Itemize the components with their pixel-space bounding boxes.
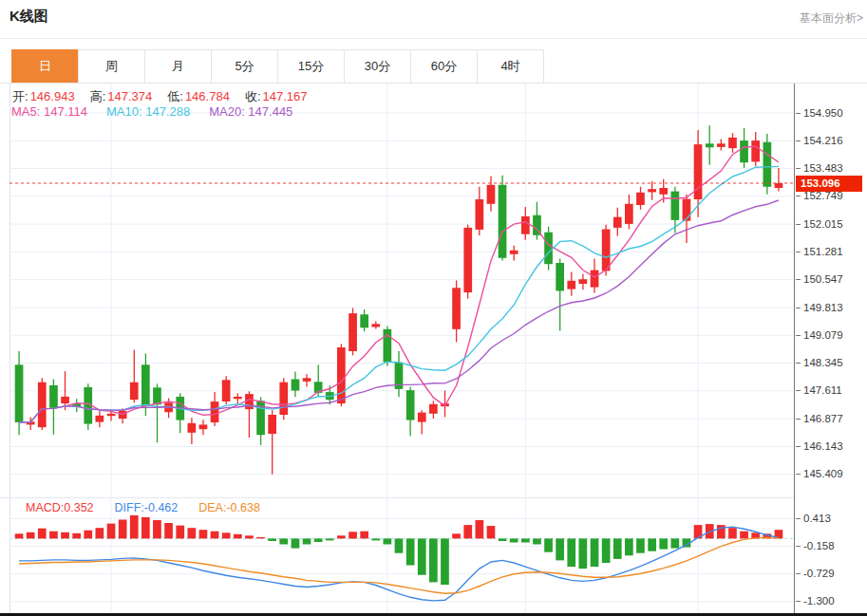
price-tick-label: 149.813 <box>796 301 843 315</box>
period-tabbar: 日周月5分15分30分60分4时 <box>11 49 544 84</box>
page-title: K线图 <box>9 8 48 26</box>
macd-tick-label: -1.300 <box>796 594 835 608</box>
macd-axis: 0.413-0.158-0.729-1.300 <box>796 497 867 613</box>
price-tick-label: 148.345 <box>796 356 843 370</box>
fundamental-analysis-link[interactable]: 基本面分析> <box>800 10 863 27</box>
price-tick-label: 149.079 <box>796 328 843 343</box>
price-tick-label: 146.877 <box>796 412 843 426</box>
price-tick-label: 147.611 <box>796 383 842 398</box>
price-axis: 154.950154.216153.483152.749152.015151.2… <box>796 84 867 497</box>
price-tick-label: 154.216 <box>796 134 843 148</box>
price-tick-label: 151.281 <box>796 245 843 259</box>
price-tick-label: 150.547 <box>796 272 843 287</box>
main-chart-canvas[interactable] <box>0 84 796 497</box>
price-tick-label: 153.483 <box>796 161 843 176</box>
period-tab-2[interactable]: 月 <box>144 49 212 84</box>
price-tick-label: 154.950 <box>796 106 843 121</box>
header-divider <box>0 38 867 39</box>
price-tick-label: 152.749 <box>796 189 843 203</box>
price-tick-label: 152.015 <box>796 217 843 232</box>
current-price-badge: 153.096 <box>796 176 862 192</box>
period-tab-3[interactable]: 5分 <box>211 49 278 84</box>
period-tab-7[interactable]: 4时 <box>477 49 544 84</box>
period-tab-1[interactable]: 周 <box>78 49 145 84</box>
period-tab-5[interactable]: 30分 <box>344 49 411 84</box>
kline-widget: K线图 基本面分析> 日周月5分15分30分60分4时 开:146.943高:1… <box>0 0 867 616</box>
price-tick-label: 146.143 <box>796 439 843 454</box>
macd-tick-label: 0.413 <box>796 512 831 526</box>
macd-tick-label: -0.729 <box>796 567 835 581</box>
period-tab-6[interactable]: 60分 <box>410 49 478 84</box>
macd-tick-label: -0.158 <box>796 539 835 553</box>
price-tick-label: 145.409 <box>796 467 843 481</box>
macd-chart-canvas[interactable] <box>0 497 796 613</box>
period-tab-4[interactable]: 15分 <box>277 49 345 84</box>
period-tab-0[interactable]: 日 <box>11 49 79 84</box>
